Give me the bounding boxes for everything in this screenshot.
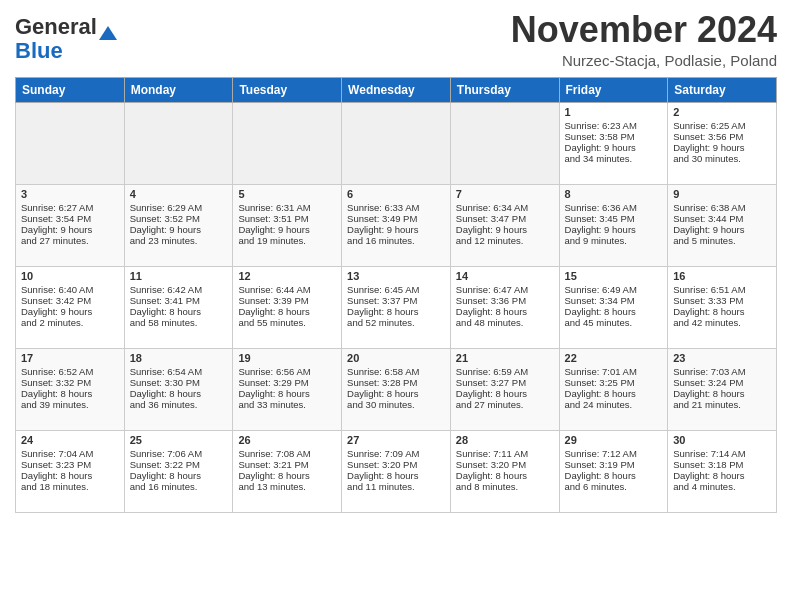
cell-info-line: and 16 minutes. xyxy=(130,481,228,492)
cell-info-line: and 39 minutes. xyxy=(21,399,119,410)
day-number: 3 xyxy=(21,188,119,200)
cell-info-line: and 48 minutes. xyxy=(456,317,554,328)
day-number: 12 xyxy=(238,270,336,282)
weekday-header-thursday: Thursday xyxy=(450,77,559,102)
cell-info-line: Sunrise: 6:27 AM xyxy=(21,202,119,213)
calendar-cell: 1Sunrise: 6:23 AMSunset: 3:58 PMDaylight… xyxy=(559,102,668,184)
cell-info-line: and 58 minutes. xyxy=(130,317,228,328)
cell-info-line: Sunset: 3:34 PM xyxy=(565,295,663,306)
cell-info-line: Sunset: 3:18 PM xyxy=(673,459,771,470)
month-title: November 2024 xyxy=(511,10,777,50)
cell-info-line: Sunset: 3:45 PM xyxy=(565,213,663,224)
cell-info-line: Daylight: 9 hours xyxy=(130,224,228,235)
cell-info-line: Sunset: 3:30 PM xyxy=(130,377,228,388)
cell-info-line: Sunrise: 6:47 AM xyxy=(456,284,554,295)
cell-info-line: Sunset: 3:36 PM xyxy=(456,295,554,306)
cell-info-line: Sunrise: 6:58 AM xyxy=(347,366,445,377)
cell-info-line: Sunset: 3:39 PM xyxy=(238,295,336,306)
cell-info-line: Daylight: 8 hours xyxy=(347,388,445,399)
cell-info-line: Sunrise: 7:08 AM xyxy=(238,448,336,459)
cell-info-line: Sunset: 3:52 PM xyxy=(130,213,228,224)
cell-info-line: Sunrise: 6:40 AM xyxy=(21,284,119,295)
day-number: 2 xyxy=(673,106,771,118)
calendar-cell: 19Sunrise: 6:56 AMSunset: 3:29 PMDayligh… xyxy=(233,348,342,430)
title-section: November 2024 Nurzec-Stacja, Podlasie, P… xyxy=(511,10,777,69)
day-number: 24 xyxy=(21,434,119,446)
cell-info-line: Sunset: 3:27 PM xyxy=(456,377,554,388)
day-number: 26 xyxy=(238,434,336,446)
calendar-cell: 10Sunrise: 6:40 AMSunset: 3:42 PMDayligh… xyxy=(16,266,125,348)
cell-info-line: Daylight: 8 hours xyxy=(673,306,771,317)
cell-info-line: Daylight: 8 hours xyxy=(238,306,336,317)
calendar-cell xyxy=(450,102,559,184)
calendar-cell: 14Sunrise: 6:47 AMSunset: 3:36 PMDayligh… xyxy=(450,266,559,348)
calendar-cell: 7Sunrise: 6:34 AMSunset: 3:47 PMDaylight… xyxy=(450,184,559,266)
cell-info-line: and 23 minutes. xyxy=(130,235,228,246)
cell-info-line: Daylight: 9 hours xyxy=(347,224,445,235)
cell-info-line: Sunrise: 7:06 AM xyxy=(130,448,228,459)
day-number: 29 xyxy=(565,434,663,446)
cell-info-line: Daylight: 9 hours xyxy=(565,224,663,235)
cell-info-line: Sunset: 3:58 PM xyxy=(565,131,663,142)
day-number: 27 xyxy=(347,434,445,446)
cell-info-line: and 5 minutes. xyxy=(673,235,771,246)
cell-info-line: Sunset: 3:20 PM xyxy=(456,459,554,470)
day-number: 21 xyxy=(456,352,554,364)
cell-info-line: Sunrise: 6:44 AM xyxy=(238,284,336,295)
calendar-cell: 28Sunrise: 7:11 AMSunset: 3:20 PMDayligh… xyxy=(450,430,559,512)
cell-info-line: Daylight: 8 hours xyxy=(130,388,228,399)
cell-info-line: and 34 minutes. xyxy=(565,153,663,164)
calendar-cell xyxy=(124,102,233,184)
cell-info-line: Daylight: 9 hours xyxy=(565,142,663,153)
cell-info-line: Sunrise: 6:38 AM xyxy=(673,202,771,213)
cell-info-line: Daylight: 8 hours xyxy=(565,470,663,481)
cell-info-line: Sunset: 3:21 PM xyxy=(238,459,336,470)
calendar-cell: 25Sunrise: 7:06 AMSunset: 3:22 PMDayligh… xyxy=(124,430,233,512)
cell-info-line: Daylight: 9 hours xyxy=(21,306,119,317)
day-number: 8 xyxy=(565,188,663,200)
calendar-cell: 12Sunrise: 6:44 AMSunset: 3:39 PMDayligh… xyxy=(233,266,342,348)
cell-info-line: and 55 minutes. xyxy=(238,317,336,328)
day-number: 30 xyxy=(673,434,771,446)
cell-info-line: Daylight: 9 hours xyxy=(238,224,336,235)
calendar-table: SundayMondayTuesdayWednesdayThursdayFrid… xyxy=(15,77,777,513)
cell-info-line: Sunset: 3:24 PM xyxy=(673,377,771,388)
calendar-cell: 27Sunrise: 7:09 AMSunset: 3:20 PMDayligh… xyxy=(342,430,451,512)
day-number: 7 xyxy=(456,188,554,200)
calendar-cell: 16Sunrise: 6:51 AMSunset: 3:33 PMDayligh… xyxy=(668,266,777,348)
cell-info-line: and 30 minutes. xyxy=(673,153,771,164)
calendar-cell: 5Sunrise: 6:31 AMSunset: 3:51 PMDaylight… xyxy=(233,184,342,266)
cell-info-line: Sunset: 3:33 PM xyxy=(673,295,771,306)
calendar-week-5: 24Sunrise: 7:04 AMSunset: 3:23 PMDayligh… xyxy=(16,430,777,512)
day-number: 10 xyxy=(21,270,119,282)
cell-info-line: and 45 minutes. xyxy=(565,317,663,328)
calendar-cell xyxy=(233,102,342,184)
cell-info-line: Daylight: 8 hours xyxy=(456,388,554,399)
cell-info-line: and 24 minutes. xyxy=(565,399,663,410)
calendar-week-3: 10Sunrise: 6:40 AMSunset: 3:42 PMDayligh… xyxy=(16,266,777,348)
cell-info-line: Sunrise: 6:29 AM xyxy=(130,202,228,213)
day-number: 19 xyxy=(238,352,336,364)
calendar-cell: 22Sunrise: 7:01 AMSunset: 3:25 PMDayligh… xyxy=(559,348,668,430)
cell-info-line: Daylight: 9 hours xyxy=(673,224,771,235)
calendar-cell: 18Sunrise: 6:54 AMSunset: 3:30 PMDayligh… xyxy=(124,348,233,430)
cell-info-line: Sunset: 3:29 PM xyxy=(238,377,336,388)
cell-info-line: and 2 minutes. xyxy=(21,317,119,328)
cell-info-line: Sunrise: 6:23 AM xyxy=(565,120,663,131)
cell-info-line: and 9 minutes. xyxy=(565,235,663,246)
day-number: 6 xyxy=(347,188,445,200)
cell-info-line: Sunrise: 6:31 AM xyxy=(238,202,336,213)
calendar-cell: 3Sunrise: 6:27 AMSunset: 3:54 PMDaylight… xyxy=(16,184,125,266)
cell-info-line: Daylight: 9 hours xyxy=(21,224,119,235)
cell-info-line: Daylight: 8 hours xyxy=(565,306,663,317)
day-number: 18 xyxy=(130,352,228,364)
cell-info-line: and 42 minutes. xyxy=(673,317,771,328)
cell-info-line: Sunrise: 6:52 AM xyxy=(21,366,119,377)
cell-info-line: and 6 minutes. xyxy=(565,481,663,492)
day-number: 5 xyxy=(238,188,336,200)
calendar-week-2: 3Sunrise: 6:27 AMSunset: 3:54 PMDaylight… xyxy=(16,184,777,266)
cell-info-line: Daylight: 8 hours xyxy=(565,388,663,399)
cell-info-line: Sunrise: 6:54 AM xyxy=(130,366,228,377)
cell-info-line: Sunrise: 6:25 AM xyxy=(673,120,771,131)
calendar-week-4: 17Sunrise: 6:52 AMSunset: 3:32 PMDayligh… xyxy=(16,348,777,430)
